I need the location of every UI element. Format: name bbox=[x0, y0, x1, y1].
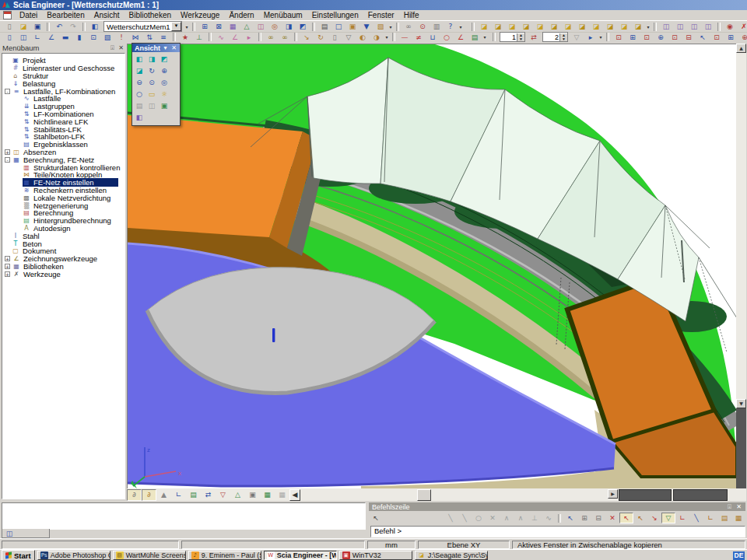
gallery-icon[interactable]: ▦ bbox=[226, 21, 240, 32]
help-info-icon[interactable]: ? bbox=[444, 21, 458, 32]
toolbar-overflow-icon[interactable]: ▾ bbox=[388, 24, 394, 30]
toolbar-overflow-icon[interactable]: ▾ bbox=[482, 34, 488, 40]
print-view-icon[interactable]: ▤ bbox=[133, 100, 146, 112]
status-units[interactable]: mm bbox=[367, 541, 416, 549]
label-flag-icon[interactable]: ▸ bbox=[242, 32, 256, 43]
accuracy-1-icon[interactable]: ▤ bbox=[717, 513, 731, 523]
tree-item-werkzeuge[interactable]: +✗Werkzeuge bbox=[2, 270, 124, 278]
activity-spinner-1[interactable]: 1▲▼ bbox=[500, 32, 525, 42]
menu-ndern[interactable]: Ändern bbox=[224, 11, 258, 20]
arrows-icon[interactable]: ⇄ bbox=[201, 489, 216, 501]
view-folder-1-icon[interactable]: ◪ bbox=[477, 21, 491, 32]
toolbar-overflow-icon[interactable]: ▾ bbox=[598, 34, 604, 40]
taskbar-button-wartm-hle-screenshot1-[interactable]: ▨WartMühle Screenshot1... bbox=[113, 551, 186, 560]
end-snap-icon[interactable]: ↖ bbox=[633, 513, 647, 523]
move-point-icon[interactable]: ↘ bbox=[300, 32, 314, 43]
line-grid-icon[interactable]: ⊟ bbox=[591, 513, 605, 523]
view-folder-2-icon[interactable]: ◪ bbox=[491, 21, 505, 32]
view-folder-12-icon[interactable]: ◪ bbox=[631, 21, 645, 32]
menu-werkzeuge[interactable]: Werkzeuge bbox=[176, 11, 224, 20]
collapse-icon[interactable]: - bbox=[5, 157, 10, 163]
grid-gray-icon[interactable]: ▦ bbox=[275, 489, 289, 501]
taskbar-button-scia-engineer-wett-[interactable]: WScia Engineer - [Wett... bbox=[264, 551, 337, 560]
table-composer-icon[interactable]: ▥ bbox=[430, 21, 444, 32]
support-line-icon[interactable]: ⊔ bbox=[426, 32, 440, 43]
activity-spinner-1-value[interactable]: 1 bbox=[500, 33, 517, 41]
menu-menbaum[interactable]: Menübaum bbox=[259, 11, 307, 20]
extension-snap-icon[interactable]: ∟ bbox=[703, 513, 717, 523]
project-structure-icon[interactable]: ⊞ bbox=[198, 21, 212, 32]
visibility-eye-icon[interactable]: ◉ bbox=[723, 21, 737, 32]
mesh-node-9-icon[interactable]: ⊞ bbox=[724, 32, 738, 43]
picture-gallery-icon[interactable]: ▣ bbox=[345, 21, 359, 32]
member-plate-icon[interactable]: ▬ bbox=[58, 32, 72, 43]
snap-angle-2-icon[interactable]: ∧ bbox=[514, 513, 528, 523]
menu-ansicht[interactable]: Ansicht bbox=[89, 11, 124, 20]
cursor-snap-icon[interactable]: ↖ bbox=[563, 513, 577, 523]
member-haunch-icon[interactable]: ∠ bbox=[44, 32, 58, 43]
member-rib-icon[interactable]: ∟ bbox=[30, 32, 44, 43]
filter-icon[interactable]: ▽ bbox=[342, 32, 356, 43]
taskbar-button-wintv32[interactable]: ▣WinTV32 bbox=[339, 551, 412, 560]
search-2-icon[interactable]: ∞ bbox=[278, 32, 292, 43]
scroll-down-icon[interactable]: ▼ bbox=[736, 399, 746, 408]
hscroll-right-icon[interactable]: ▶ bbox=[608, 489, 618, 499]
mesh-node-2-icon[interactable]: ⊞ bbox=[626, 32, 640, 43]
modify-curve-icon[interactable]: ∿ bbox=[214, 32, 228, 43]
mid-snap-icon[interactable]: ▽ bbox=[661, 513, 675, 523]
render-icon[interactable]: ◧ bbox=[133, 112, 146, 124]
close-icon[interactable]: ✕ bbox=[735, 503, 742, 510]
menu-bearbeiten[interactable]: Bearbeiten bbox=[42, 11, 89, 20]
taskbar-button-adobe-photoshop-cs3-e-[interactable]: PsAdobe Photoshop CS3 E... bbox=[37, 551, 110, 560]
perspective-icon[interactable]: ∂ bbox=[127, 489, 142, 501]
truss-3-icon[interactable]: ≡ bbox=[156, 32, 170, 43]
wheel-icon[interactable]: ◎ bbox=[268, 21, 282, 32]
activity-spinner-2[interactable]: 2▲▼ bbox=[542, 32, 568, 42]
arrow-select-icon[interactable]: ▸ bbox=[584, 32, 598, 43]
activity-spinner-1-arrows[interactable]: ▲▼ bbox=[517, 33, 524, 41]
mesh-node-1-icon[interactable]: ⊡ bbox=[612, 32, 626, 43]
document-image-icon[interactable]: ▧ bbox=[374, 21, 388, 32]
taskbar-button-9-eminem-paul-skit-[interactable]: ♪9. Eminem - Paul (Skit) - ... bbox=[188, 551, 261, 560]
command-input[interactable]: Befehl > bbox=[370, 526, 745, 537]
view-xy-icon[interactable]: ◧ bbox=[133, 54, 146, 65]
expand-icon[interactable]: + bbox=[5, 264, 10, 269]
opening-icon[interactable]: ⊡ bbox=[86, 32, 100, 43]
menu-datei[interactable]: Datei bbox=[15, 11, 42, 20]
dimension-icon[interactable]: ∠ bbox=[228, 32, 242, 43]
snap-circle-icon[interactable]: ○ bbox=[472, 513, 486, 523]
snap-angle-1-icon[interactable]: ∧ bbox=[500, 513, 514, 523]
line-tool-icon[interactable]: — bbox=[398, 32, 412, 43]
storey-levels-icon[interactable]: ▤ bbox=[468, 32, 482, 43]
paste-1-icon[interactable]: ◫ bbox=[659, 21, 673, 32]
toolbar-overflow-icon[interactable]: ▾ bbox=[184, 24, 190, 30]
viewport-canvas[interactable]: z x bbox=[127, 44, 737, 489]
render-mode-icon[interactable]: ∂ bbox=[142, 489, 156, 501]
copy-view-icon[interactable]: ◫ bbox=[146, 100, 158, 112]
delete-workplane-icon[interactable]: ✗ bbox=[737, 21, 747, 32]
close-icon[interactable]: ✕ bbox=[117, 44, 124, 51]
activity-1-icon[interactable]: ◐ bbox=[356, 32, 370, 43]
zoom-out-icon[interactable]: ⊖ bbox=[133, 77, 146, 89]
mesh-node-5-icon[interactable]: ⊡ bbox=[668, 32, 682, 43]
snap-off-icon[interactable]: ✕ bbox=[605, 513, 619, 523]
terrain-icon[interactable]: △ bbox=[230, 489, 245, 501]
intersect-snap-icon[interactable]: ↘ bbox=[647, 513, 661, 523]
export-doc-icon[interactable]: ▼ bbox=[359, 21, 374, 32]
renumber-icon[interactable]: ⇄ bbox=[527, 32, 541, 43]
scroll-up-icon[interactable]: ▲ bbox=[736, 44, 746, 53]
expand-icon[interactable]: + bbox=[5, 271, 10, 277]
view-yz-icon[interactable]: ◩ bbox=[158, 54, 170, 65]
expand-icon[interactable]: + bbox=[5, 149, 10, 155]
view-folder-3-icon[interactable]: ◪ bbox=[505, 21, 519, 32]
properties-panel[interactable] bbox=[2, 502, 366, 530]
rotate-view-icon[interactable]: ↻ bbox=[146, 65, 158, 77]
window-layout-button[interactable]: ◧ bbox=[88, 21, 102, 32]
ortho-snap-icon[interactable]: ∟ bbox=[675, 513, 689, 523]
view-xz-icon[interactable]: ◨ bbox=[146, 54, 158, 65]
view-folder-7-icon[interactable]: ◪ bbox=[561, 21, 575, 32]
activity-spinner-2-value[interactable]: 2 bbox=[543, 33, 559, 41]
view-folder-5-icon[interactable]: ◪ bbox=[533, 21, 547, 32]
print-preview-icon[interactable]: □ bbox=[331, 21, 345, 32]
view-folder-9-icon[interactable]: ◪ bbox=[589, 21, 603, 32]
